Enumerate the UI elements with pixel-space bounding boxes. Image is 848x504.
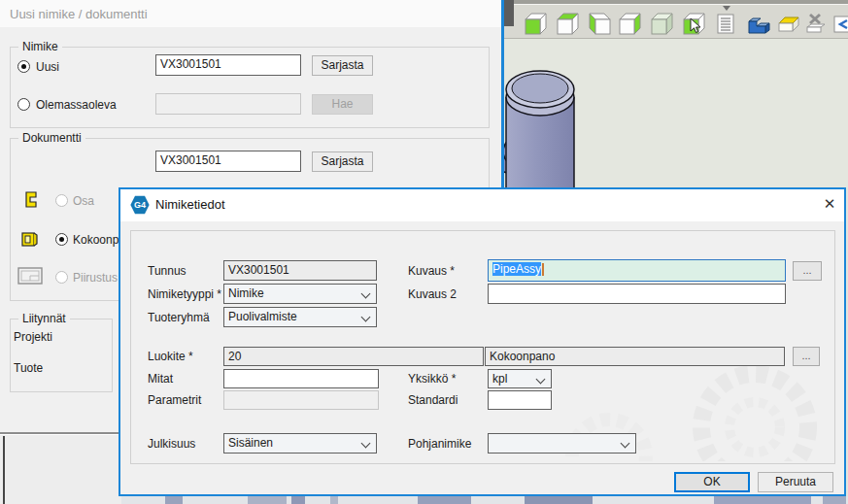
new-item-dialog-titlebar[interactable]: Uusi nimike / dokumentti <box>0 0 501 27</box>
radio-piirustus <box>55 271 68 284</box>
radio-uusi[interactable] <box>17 60 30 73</box>
blue-l-solid-icon <box>744 11 771 38</box>
tuoteryhma-label: Tuoteryhmä <box>148 311 210 324</box>
tuoteryhma-select[interactable]: Puolivalmiste <box>223 307 377 327</box>
chevron-down-icon <box>361 289 371 299</box>
radio-kokoonpano[interactable] <box>55 233 68 246</box>
tunnus-field: VX3001501 <box>223 260 377 281</box>
sheet-blue-arrow-icon <box>832 11 848 38</box>
delete-body-icon[interactable] <box>802 11 830 38</box>
view-isometric-icon[interactable] <box>649 11 676 38</box>
projekti-label: Projekti <box>14 330 52 344</box>
background-panel <box>0 435 121 504</box>
cancel-button[interactable]: Peruuta <box>758 472 833 492</box>
nimike-group-label: Nimike <box>18 40 62 53</box>
julkisuus-value: Sisäinen <box>228 436 273 450</box>
screen: Uusi nimike / dokumentti Nimike Uusi VX3… <box>0 0 848 504</box>
radio-piirustus-label: Piirustus <box>73 271 118 285</box>
radio-olemassaoleva-label[interactable]: Olemassaoleva <box>36 98 117 112</box>
nimiketyyppi-value: Nimike <box>228 286 264 300</box>
assembly-icon <box>19 229 39 249</box>
standardi-field[interactable] <box>488 390 552 410</box>
sarjasta-button-dokumentti[interactable]: Sarjasta <box>312 151 373 172</box>
sarjasta-button-nimike[interactable]: Sarjasta <box>312 55 373 76</box>
tuote-label: Tuote <box>14 361 43 375</box>
uusi-tunnus-value: VX3001501 <box>160 57 221 71</box>
kuvaus-value: PipeAssy <box>492 262 541 276</box>
background-model-strip <box>121 496 848 504</box>
pohjanimike-select[interactable] <box>488 433 636 454</box>
model-fragment <box>525 496 593 504</box>
chevron-down-icon <box>361 313 371 322</box>
kuvaus-browse-button[interactable]: ... <box>793 261 822 281</box>
kuvaus-field[interactable]: PipeAssy <box>488 259 786 282</box>
close-icon[interactable]: ✕ <box>818 193 841 215</box>
liitynnat-group-label: Liitynnät <box>18 312 70 325</box>
cylinder-model[interactable] <box>504 58 594 190</box>
import-arrow-icon[interactable] <box>832 11 848 38</box>
uusi-tunnus-field[interactable]: VX3001501 <box>155 54 301 76</box>
cube-left-green-icon <box>586 11 613 38</box>
dropdown-arrow-icon <box>723 6 730 11</box>
luokite-label: Luokite * <box>148 350 193 363</box>
kuvaus2-label: Kuvaus 2 <box>408 287 457 301</box>
x-over-box-icon <box>802 11 830 38</box>
nimiketyyppi-label: Nimiketyyppi * <box>148 287 221 301</box>
tunnus-label: Tunnus <box>148 264 187 278</box>
pohjanimike-label: Pohjanimike <box>408 437 471 451</box>
yellow-box-icon <box>775 11 802 38</box>
part-icon <box>21 190 41 210</box>
tunnus-value: VX3001501 <box>228 263 289 277</box>
window-edge <box>504 0 514 26</box>
chevron-down-icon <box>621 439 630 449</box>
cube-cursor-icon <box>681 11 708 38</box>
radio-olemassaoleva[interactable] <box>17 98 30 111</box>
radio-osa-label: Osa <box>73 194 94 208</box>
solid-model-icon[interactable] <box>744 11 771 38</box>
luokite-browse-button[interactable]: ... <box>793 347 820 366</box>
item-dialog-title: Nimiketiedot <box>155 197 225 212</box>
julkisuus-label: Julkisuus <box>148 437 195 451</box>
mitat-field[interactable] <box>223 369 379 388</box>
model-fragment <box>823 496 846 504</box>
julkisuus-select[interactable]: Sisäinen <box>223 433 377 454</box>
document-lines-icon <box>713 11 740 38</box>
ok-button[interactable]: OK <box>674 472 750 492</box>
chevron-down-icon <box>536 375 546 385</box>
kuvaus-label: Kuvaus * <box>408 264 455 278</box>
radio-uusi-label[interactable]: Uusi <box>36 60 59 74</box>
new-item-dialog-title: Uusi nimike / dokumentti <box>10 7 148 21</box>
parametrit-label: Parametrit <box>148 393 201 407</box>
view-right-icon[interactable] <box>617 11 644 38</box>
workplane-box-icon[interactable] <box>775 11 802 38</box>
drawing-icon <box>17 267 43 285</box>
cube-right-green-icon <box>617 11 644 38</box>
chevron-down-icon <box>361 439 371 449</box>
view-select-icon[interactable] <box>681 11 708 38</box>
luokite-code-field: 20 <box>223 347 484 366</box>
hae-button: Hae <box>312 94 373 115</box>
cube-front-green-icon <box>523 11 550 38</box>
parametrit-field <box>223 390 379 410</box>
view-top-icon[interactable] <box>555 11 582 38</box>
model-fragment <box>714 496 811 504</box>
radio-osa <box>55 194 68 207</box>
dokumentti-tunnus-field[interactable]: VX3001501 <box>155 151 301 172</box>
model-fragment <box>165 496 183 504</box>
sheet-list-icon[interactable] <box>713 11 740 38</box>
g4-logo-icon: G4 <box>130 195 150 215</box>
model-fragment <box>248 496 287 504</box>
view-left-icon[interactable] <box>586 11 613 38</box>
luokite-name-field: Kokoonpano <box>485 347 785 366</box>
view-front-icon[interactable] <box>523 11 550 38</box>
solid-cube-icon <box>649 11 676 38</box>
item-dialog-titlebar[interactable]: G4 Nimiketiedot ✕ <box>120 189 844 221</box>
mitat-label: Mitat <box>148 372 173 386</box>
nimiketyyppi-select[interactable]: Nimike <box>223 284 377 304</box>
item-details-dialog: G4 Nimiketiedot ✕ Tunnus VX3001501 Kuvau… <box>119 187 846 496</box>
model-fragment <box>330 496 338 504</box>
kuvaus2-field[interactable] <box>488 284 786 304</box>
yksikko-select[interactable]: kpl <box>488 369 552 388</box>
yksikko-label: Yksikkö * <box>408 372 456 386</box>
model-fragment <box>291 496 305 504</box>
